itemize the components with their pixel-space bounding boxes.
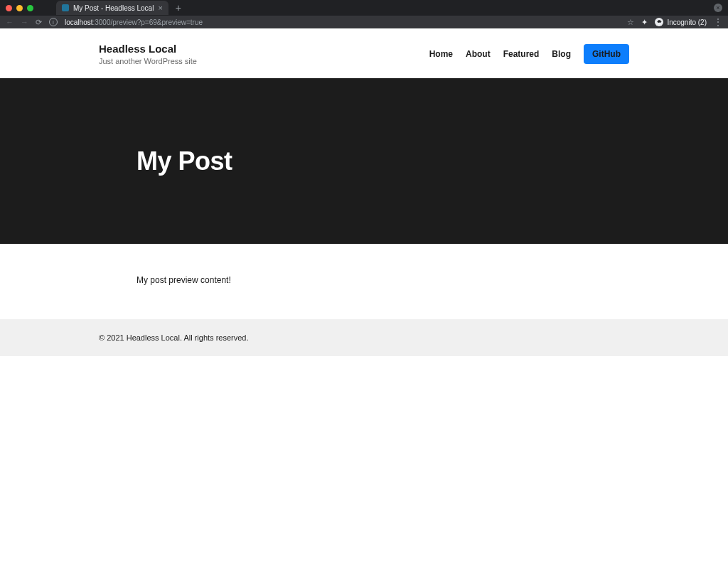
favicon-icon bbox=[62, 4, 69, 11]
forward-button[interactable]: → bbox=[21, 18, 28, 26]
post-title: My Post bbox=[136, 146, 592, 176]
back-button[interactable]: ← bbox=[6, 18, 14, 26]
extensions-icon[interactable]: ✦ bbox=[641, 18, 648, 27]
nav-blog[interactable]: Blog bbox=[552, 49, 571, 59]
nav-github-button[interactable]: GitHub bbox=[584, 44, 629, 64]
site-title[interactable]: Headless Local bbox=[99, 43, 197, 55]
address-bar[interactable]: localhost:3000/preview?p=69&preview=true bbox=[65, 18, 203, 26]
address-host: localhost bbox=[65, 18, 92, 26]
site-footer: © 2021 Headless Local. All rights reserv… bbox=[0, 319, 728, 356]
primary-nav: Home About Featured Blog GitHub bbox=[429, 44, 629, 64]
incognito-icon bbox=[655, 18, 663, 26]
nav-home[interactable]: Home bbox=[429, 49, 453, 59]
nav-about[interactable]: About bbox=[466, 49, 491, 59]
tab-title: My Post - Headless Local bbox=[73, 4, 154, 12]
incognito-indicator[interactable]: Incognito (2) bbox=[655, 18, 707, 26]
footer-copyright: © 2021 Headless Local. All rights reserv… bbox=[99, 333, 629, 342]
address-path: :3000/preview?p=69&preview=true bbox=[92, 18, 203, 26]
post-content: My post preview content! bbox=[136, 244, 592, 319]
browser-chrome: My Post - Headless Local × + × ← → ⟳ i l… bbox=[0, 0, 728, 28]
branding: Headless Local Just another WordPress si… bbox=[99, 43, 197, 65]
new-tab-button[interactable]: + bbox=[176, 3, 181, 13]
minimize-window-icon[interactable] bbox=[16, 5, 23, 11]
close-tab-icon[interactable]: × bbox=[158, 4, 162, 12]
post-body: My post preview content! bbox=[136, 275, 592, 285]
browser-toolbar: ← → ⟳ i localhost:3000/preview?p=69&prev… bbox=[0, 16, 728, 28]
incognito-label: Incognito (2) bbox=[667, 18, 707, 26]
nav-featured[interactable]: Featured bbox=[503, 49, 540, 59]
browser-tab[interactable]: My Post - Headless Local × bbox=[56, 1, 168, 15]
page: Headless Local Just another WordPress si… bbox=[0, 28, 728, 356]
site-info-icon[interactable]: i bbox=[49, 18, 58, 26]
bookmark-icon[interactable]: ☆ bbox=[627, 18, 634, 27]
tab-strip: My Post - Headless Local × + × bbox=[0, 0, 728, 16]
close-window-icon[interactable] bbox=[6, 5, 12, 11]
maximize-window-icon[interactable] bbox=[27, 5, 33, 11]
reload-button[interactable]: ⟳ bbox=[36, 18, 42, 26]
site-tagline: Just another WordPress site bbox=[99, 57, 197, 65]
tab-overflow-icon[interactable]: × bbox=[714, 4, 722, 12]
window-controls bbox=[6, 5, 33, 11]
site-header: Headless Local Just another WordPress si… bbox=[0, 28, 728, 78]
menu-icon[interactable]: ⋮ bbox=[714, 17, 722, 27]
hero: My Post bbox=[0, 78, 728, 244]
